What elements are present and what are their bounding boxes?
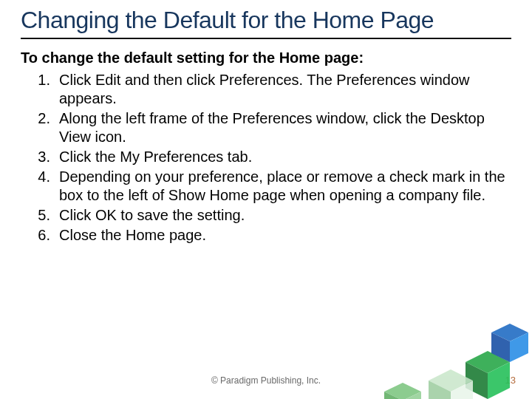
list-item: Click Edit and then click Preferences. T… <box>21 71 511 108</box>
list-item: Click OK to save the setting. <box>21 206 511 225</box>
page-number: 13 <box>505 375 516 386</box>
footer-copyright: © Paradigm Publishing, Inc. <box>0 375 532 386</box>
slide-title: Changing the Default for the Home Page <box>21 7 511 39</box>
svg-marker-8 <box>510 332 528 362</box>
intro-text: To change the default setting for the Ho… <box>21 50 511 66</box>
steps-list: Click Edit and then click Preferences. T… <box>21 71 511 245</box>
svg-marker-6 <box>491 324 528 341</box>
slide: Changing the Default for the Home Page T… <box>0 0 532 399</box>
svg-marker-0 <box>466 351 510 373</box>
list-item: Depending on your preference, place or r… <box>21 168 511 205</box>
svg-marker-7 <box>491 332 510 362</box>
svg-marker-11 <box>403 392 421 399</box>
svg-marker-10 <box>384 392 403 399</box>
list-item: Along the left frame of the Preferences … <box>21 109 511 146</box>
list-item: Click the My Preferences tab. <box>21 148 511 166</box>
list-item: Close the Home page. <box>21 226 511 245</box>
